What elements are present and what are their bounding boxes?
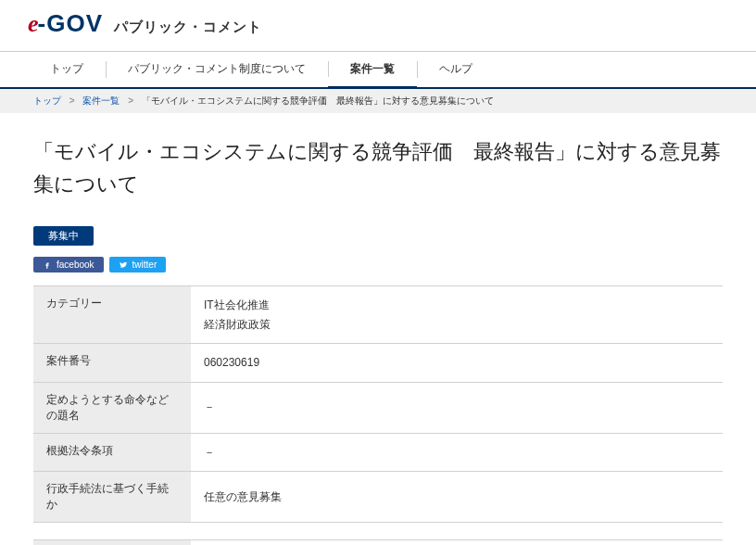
- nav-item[interactable]: ヘルプ: [417, 52, 495, 87]
- twitter-label: twitter: [132, 260, 158, 270]
- info-table-2: 案の公示日2023年6月19日受付開始日時2023年6月19日22時0分受付締切…: [33, 539, 723, 545]
- row-header: 案件番号: [33, 344, 191, 382]
- twitter-icon: [119, 260, 128, 270]
- breadcrumb-current: 「モバイル・エコシステムに関する競争評価 最終報告」に対する意見募集について: [142, 95, 494, 106]
- row-value: 060230619: [191, 344, 723, 382]
- row-header: カテゴリー: [33, 286, 191, 344]
- breadcrumb-list[interactable]: 案件一覧: [82, 95, 120, 106]
- share-row: facebook twitter: [33, 257, 723, 272]
- breadcrumb-top[interactable]: トップ: [33, 95, 61, 106]
- breadcrumb-sep: >: [128, 95, 133, 106]
- row-header: 定めようとする命令などの題名: [33, 382, 191, 433]
- table-row: カテゴリーIT社会化推進経済財政政策: [33, 286, 723, 344]
- breadcrumb: トップ > 案件一覧 > 「モバイル・エコシステムに関する競争評価 最終報告」に…: [0, 89, 756, 113]
- logo-subtitle: パブリック・コメント: [114, 19, 262, 36]
- row-value: －: [191, 433, 723, 471]
- table-row: 根拠法令条項－: [33, 433, 723, 471]
- nav-item[interactable]: 案件一覧: [328, 52, 417, 89]
- logo-gov: GOV: [46, 9, 103, 37]
- page-title: 「モバイル・エコシステムに関する競争評価 最終報告」に対する意見募集について: [33, 135, 723, 200]
- facebook-share-button[interactable]: facebook: [33, 257, 104, 272]
- site-header: e-GOV パブリック・コメント: [0, 0, 756, 45]
- table-row: 案件番号060230619: [33, 344, 723, 382]
- twitter-share-button[interactable]: twitter: [109, 257, 167, 272]
- facebook-icon: [43, 260, 52, 270]
- info-table-1: カテゴリーIT社会化推進経済財政政策案件番号060230619定めようとする命令…: [33, 285, 723, 523]
- facebook-label: facebook: [57, 260, 94, 270]
- row-value: －: [191, 382, 723, 433]
- logo-dash: -: [38, 9, 47, 37]
- main-nav: トップパブリック・コメント制度について案件一覧ヘルプ: [0, 51, 756, 89]
- row-header: 案の公示日: [33, 539, 191, 545]
- table-row: 定めようとする命令などの題名－: [33, 382, 723, 433]
- status-row: 募集中: [33, 226, 723, 246]
- main-content: 「モバイル・エコシステムに関する競争評価 最終報告」に対する意見募集について 募…: [0, 113, 756, 545]
- status-badge: 募集中: [33, 226, 94, 246]
- logo-e: e: [28, 10, 38, 37]
- row-value: IT社会化推進経済財政政策: [191, 286, 723, 344]
- nav-item[interactable]: パブリック・コメント制度について: [106, 52, 328, 87]
- table-row: 行政手続法に基づく手続か任意の意見募集: [33, 471, 723, 522]
- row-header: 根拠法令条項: [33, 433, 191, 471]
- row-value: 任意の意見募集: [191, 471, 723, 522]
- nav-item[interactable]: トップ: [28, 52, 106, 87]
- breadcrumb-sep: >: [69, 95, 75, 106]
- row-value: 2023年6月19日: [191, 539, 723, 545]
- logo-mark: e-GOV: [28, 9, 103, 38]
- row-header: 行政手続法に基づく手続か: [33, 471, 191, 522]
- logo[interactable]: e-GOV パブリック・コメント: [28, 9, 728, 38]
- table-row: 案の公示日2023年6月19日: [33, 539, 723, 545]
